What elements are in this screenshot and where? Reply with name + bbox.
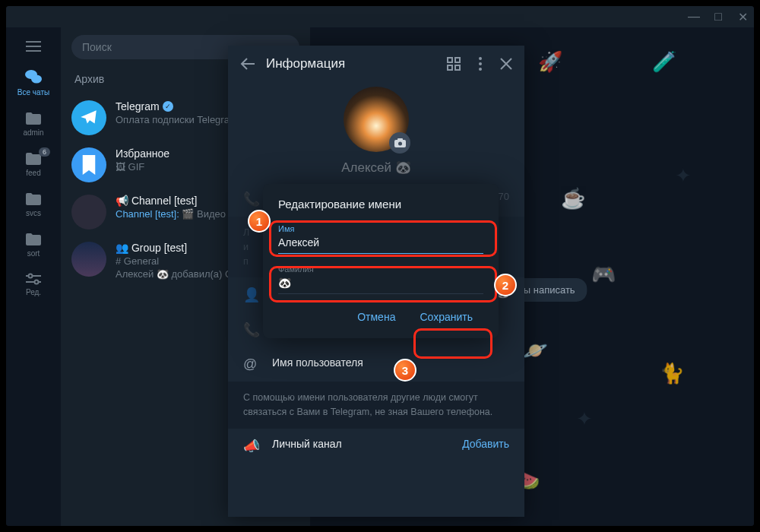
hamburger-icon[interactable] [18, 33, 49, 59]
back-icon[interactable] [240, 58, 255, 70]
rail-sort[interactable]: sort [11, 226, 56, 264]
rail-svcs[interactable]: svcs [11, 186, 56, 223]
phone-icon: 📞 [243, 191, 260, 207]
chat-sub-rest: 🎬 Видео [179, 208, 226, 220]
svg-point-1 [31, 75, 42, 84]
chat-bubbles-icon [24, 68, 43, 85]
svg-point-8 [479, 57, 482, 60]
first-name-label: Имя [278, 224, 483, 233]
svg-point-2 [29, 274, 33, 278]
unread-badge: 6 [39, 147, 50, 157]
info-row-channel[interactable]: 📣 Личный канал Добавить [228, 429, 524, 464]
svg-point-13 [398, 142, 402, 146]
first-name-field[interactable]: Имя [278, 224, 483, 254]
rail-label: Все чаты [17, 88, 49, 97]
svg-point-10 [479, 68, 482, 71]
rail-label: sort [27, 249, 40, 258]
rail-label: admin [23, 128, 43, 137]
call-icon: 📞 [243, 321, 260, 338]
rail-label: Ред. [26, 288, 41, 296]
first-name-input[interactable] [278, 233, 483, 254]
close-icon[interactable] [500, 58, 512, 70]
rail-admin[interactable]: admin [11, 106, 56, 143]
rail-label: svcs [26, 209, 41, 217]
chat-sub-prefix: Channel [test]: [116, 208, 179, 220]
rail-feed[interactable]: 6 feed [11, 146, 56, 183]
last-name-input[interactable] [278, 274, 483, 294]
profile-name: Алексей 🐼 [341, 160, 411, 176]
svg-point-9 [479, 62, 482, 65]
folder-icon [25, 112, 42, 125]
sidebar-rail: Все чаты admin 6 feed svcs sort Ред. [6, 27, 61, 526]
rail-label: feed [26, 169, 40, 177]
phone-partial: 70 [499, 191, 509, 202]
channel-add-action[interactable]: Добавить [462, 438, 509, 450]
qr-icon[interactable] [447, 57, 461, 71]
avatar [71, 147, 106, 182]
username-hint: С помощью имени пользователя другие люди… [228, 382, 524, 429]
verified-icon: ✓ [163, 101, 173, 112]
save-button[interactable]: Сохранить [409, 305, 483, 329]
folder-icon [25, 192, 42, 206]
sliders-icon [25, 273, 42, 285]
avatar [71, 242, 106, 277]
svg-rect-12 [397, 138, 403, 141]
at-icon: @ [243, 356, 260, 372]
dialog-title: Редактирование имени [278, 198, 483, 211]
rail-all-chats[interactable]: Все чаты [11, 62, 56, 103]
close-window-button[interactable]: ✕ [737, 11, 748, 22]
svg-rect-5 [455, 58, 460, 62]
camera-icon[interactable] [389, 132, 410, 154]
avatar [71, 195, 106, 230]
profile-avatar[interactable] [344, 87, 409, 152]
info-row-username[interactable]: @ Имя пользователя [228, 347, 524, 382]
edit-name-dialog: Редактирование имени Имя Фамилия Отмена … [263, 184, 499, 338]
svg-rect-6 [448, 65, 452, 70]
avatar [71, 100, 106, 135]
svg-point-3 [35, 280, 39, 284]
megaphone-icon: 📣 [243, 438, 260, 454]
more-icon[interactable] [479, 57, 482, 71]
cancel-button[interactable]: Отмена [347, 305, 406, 329]
channel-label: Личный канал [272, 438, 342, 450]
rail-edit[interactable]: Ред. [11, 267, 56, 302]
last-name-label: Фамилия [278, 264, 483, 274]
svg-rect-7 [455, 65, 460, 70]
username-label: Имя пользователя [272, 356, 363, 369]
minimize-button[interactable]: — [689, 11, 699, 22]
info-header: Информация [228, 46, 524, 82]
svg-rect-4 [448, 58, 452, 62]
last-name-field[interactable]: Фамилия [278, 264, 483, 294]
info-title: Информация [266, 56, 429, 71]
titlebar: — □ ✕ [6, 6, 754, 27]
person-icon: 👤 [243, 287, 260, 303]
folder-icon [25, 233, 42, 246]
chat-title: Telegram [116, 100, 160, 112]
maximize-button[interactable]: □ [713, 11, 724, 22]
